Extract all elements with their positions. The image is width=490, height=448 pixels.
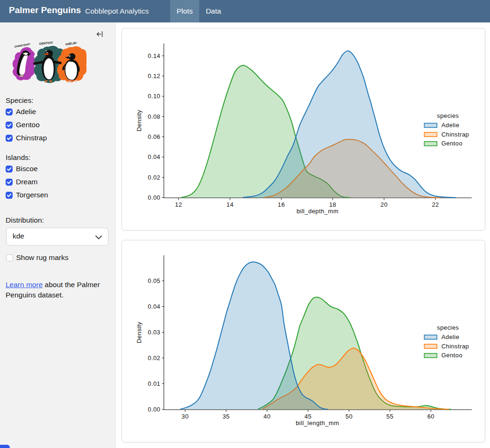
- svg-text:22: 22: [432, 201, 439, 208]
- svg-text:Gentoo: Gentoo: [441, 140, 462, 147]
- svg-text:0.04: 0.04: [148, 303, 160, 310]
- svg-text:Adelie: Adelie: [441, 333, 460, 340]
- svg-text:30: 30: [181, 413, 188, 420]
- svg-text:12: 12: [175, 201, 182, 208]
- svg-text:bill_depth_mm: bill_depth_mm: [296, 208, 339, 215]
- svg-text:14: 14: [226, 201, 233, 208]
- svg-text:55: 55: [386, 413, 393, 420]
- svg-text:Gentoo: Gentoo: [441, 352, 462, 359]
- svg-text:0.12: 0.12: [148, 72, 160, 79]
- svg-text:ADĒLIE!: ADĒLIE!: [65, 41, 77, 46]
- svg-text:bill_length_mm: bill_length_mm: [295, 419, 339, 426]
- svg-text:0.06: 0.06: [148, 133, 160, 140]
- svg-text:50: 50: [346, 413, 353, 420]
- svg-text:60: 60: [427, 413, 434, 420]
- svg-text:0.03: 0.03: [148, 329, 160, 336]
- svg-text:35: 35: [223, 413, 230, 420]
- svg-text:0.04: 0.04: [148, 153, 160, 160]
- svg-text:species: species: [437, 112, 459, 119]
- svg-text:0.00: 0.00: [148, 406, 160, 413]
- svg-text:Density: Density: [136, 110, 143, 131]
- svg-text:0.02: 0.02: [148, 174, 160, 181]
- svg-text:0.00: 0.00: [148, 194, 160, 201]
- svg-text:Adelie: Adelie: [441, 122, 460, 129]
- svg-text:species: species: [437, 324, 459, 331]
- svg-text:Chinstrap: Chinstrap: [441, 343, 469, 350]
- svg-text:0.10: 0.10: [148, 93, 160, 100]
- svg-text:40: 40: [264, 413, 271, 420]
- svg-text:0.08: 0.08: [148, 113, 160, 120]
- svg-text:Chinstrap: Chinstrap: [441, 131, 469, 138]
- svg-text:0.05: 0.05: [148, 277, 160, 284]
- svg-text:0.14: 0.14: [148, 52, 160, 59]
- svg-text:20: 20: [381, 201, 388, 208]
- svg-text:Density: Density: [136, 322, 143, 343]
- svg-text:GENTOO!: GENTOO!: [39, 41, 53, 45]
- svg-text:0.01: 0.01: [148, 380, 160, 387]
- svg-text:16: 16: [278, 201, 285, 208]
- svg-text:0.02: 0.02: [148, 354, 160, 361]
